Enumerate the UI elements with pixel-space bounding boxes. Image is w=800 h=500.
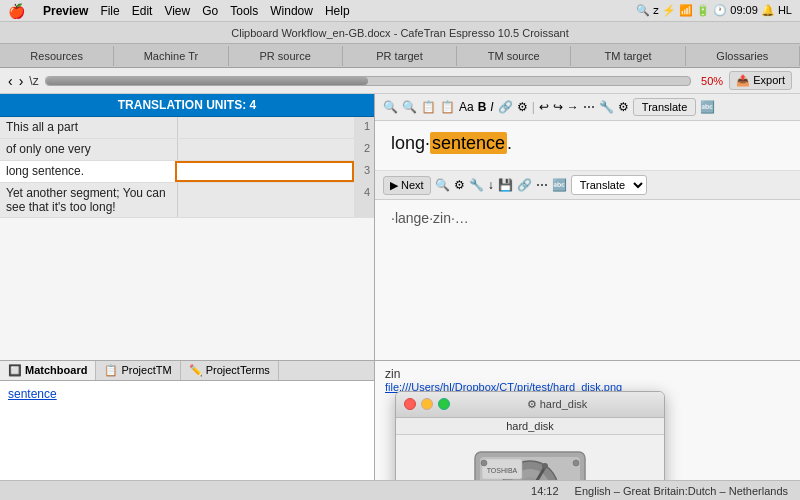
next-button[interactable]: ▶ Next: [383, 176, 431, 195]
segment-source-2: of only one very: [0, 139, 177, 160]
paste-icon[interactable]: 📋: [440, 100, 455, 114]
menubar-left: 🍎 Preview File Edit View Go Tools Window…: [8, 3, 350, 19]
matchboard-word[interactable]: sentence: [8, 387, 57, 401]
segment-target-3[interactable]: [175, 161, 354, 182]
translate-dropdown[interactable]: Translate: [571, 175, 647, 195]
redo-icon[interactable]: ↪: [553, 100, 563, 114]
copy-icon[interactable]: 📋: [421, 100, 436, 114]
bottom-right-panel: zin file:///Users/hl/Dropbox/CT/prj/test…: [375, 360, 800, 501]
s2-icon2[interactable]: ⚙: [454, 178, 465, 192]
link-icon[interactable]: 🔗: [498, 100, 513, 114]
hd-close-button[interactable]: [404, 398, 416, 410]
apple-logo-icon[interactable]: 🍎: [8, 3, 25, 19]
undo-icon[interactable]: ↩: [539, 100, 549, 114]
translation-word-after: .: [507, 133, 512, 153]
tab-machine-tr[interactable]: Machine Tr: [114, 46, 228, 66]
segment-num-4: 4: [354, 183, 374, 217]
translation-units-header: TRANSLATION UNITS: 4: [0, 94, 374, 117]
zoom-out-icon[interactable]: 🔍: [402, 100, 417, 114]
tab-project-tm[interactable]: 📋 ProjectTM: [96, 361, 180, 380]
format-icon[interactable]: Aa: [459, 100, 474, 114]
segment-target-4[interactable]: [177, 183, 355, 217]
bottom-left-panel: 🔲 Matchboard 📋 ProjectTM ✏️ ProjectTerms…: [0, 360, 374, 500]
menu-go[interactable]: Go: [202, 4, 218, 18]
segment-row[interactable]: This all a part 1: [0, 117, 374, 139]
s2-icon1[interactable]: 🔍: [435, 178, 450, 192]
menu-help[interactable]: Help: [325, 4, 350, 18]
menu-view[interactable]: View: [164, 4, 190, 18]
main-toolbar: ‹ › \z 50% 📤 Export: [0, 68, 800, 94]
right-panel: 🔍 🔍 📋 📋 Aa B I 🔗 ⚙ | ↩ ↪ → ⋯ 🔧 ⚙ Transla…: [375, 94, 800, 500]
menu-tools[interactable]: Tools: [230, 4, 258, 18]
zoom-in-icon[interactable]: 🔍: [383, 100, 398, 114]
segment-row[interactable]: Yet another segment; You can see that it…: [0, 183, 374, 218]
export-icon: 📤: [736, 74, 750, 86]
segment-source-4: Yet another segment; You can see that it…: [0, 183, 177, 217]
segment-row[interactable]: of only one very 2: [0, 139, 374, 161]
settings-icon[interactable]: ⚙: [618, 100, 629, 114]
bold-icon[interactable]: B: [478, 100, 487, 114]
second-toolbar: ▶ Next 🔍 ⚙ 🔧 ↓ 💾 🔗 ⋯ 🔤 Translate: [375, 171, 800, 200]
tab-glossaries[interactable]: Glossaries: [686, 46, 800, 66]
status-time: 14:12: [531, 485, 559, 497]
hd-maximize-button[interactable]: [438, 398, 450, 410]
italic-icon[interactable]: I: [490, 100, 493, 114]
progress-label: 50%: [701, 75, 723, 87]
segment-row-active[interactable]: long sentence. 3: [0, 161, 374, 183]
translation-display: long·sentence.: [375, 121, 800, 171]
menubar: 🍎 Preview File Edit View Go Tools Window…: [0, 0, 800, 22]
tab-tm-target[interactable]: TM target: [571, 46, 685, 66]
tools-icon[interactable]: 🔧: [599, 100, 614, 114]
segment-target-1[interactable]: [177, 117, 355, 138]
menu-file[interactable]: File: [100, 4, 119, 18]
segment-source-3: long sentence.: [0, 161, 175, 182]
special-icon[interactable]: ⚙: [517, 100, 528, 114]
hd-icon-label: hard_disk: [396, 418, 664, 435]
tab-tm-source[interactable]: TM source: [457, 46, 571, 66]
segment-target-2[interactable]: [177, 139, 355, 160]
nav-forward-btn[interactable]: ›: [19, 73, 24, 89]
s2-icon8[interactable]: 🔤: [552, 178, 567, 192]
segments-table: This all a part 1 of only one very 2 lon…: [0, 117, 374, 360]
segment-num-2: 2: [354, 139, 374, 160]
nav-back-btn[interactable]: ‹: [8, 73, 13, 89]
hd-title: ⚙ hard_disk: [458, 398, 656, 411]
bottom-tabs: 🔲 Matchboard 📋 ProjectTM ✏️ ProjectTerms: [0, 361, 374, 381]
menu-window[interactable]: Window: [270, 4, 313, 18]
s2-icon3[interactable]: 🔧: [469, 178, 484, 192]
tab-matchboard[interactable]: 🔲 Matchboard: [0, 361, 96, 380]
hd-minimize-button[interactable]: [421, 398, 433, 410]
tabbar: Resources Machine Tr PR source PR target…: [0, 44, 800, 68]
hd-titlebar: ⚙ hard_disk: [396, 392, 664, 418]
svg-point-10: [481, 460, 487, 466]
translate-button[interactable]: Translate: [633, 98, 696, 116]
segment-num-3: 3: [354, 161, 374, 182]
more-icon[interactable]: ⋯: [583, 100, 595, 114]
s2-icon6[interactable]: 🔗: [517, 178, 532, 192]
translate-extra-icon[interactable]: 🔤: [700, 100, 715, 114]
arrow-icon[interactable]: →: [567, 100, 579, 114]
segment-source-1: This all a part: [0, 117, 177, 138]
s2-icon4[interactable]: ↓: [488, 178, 494, 192]
menu-edit[interactable]: Edit: [132, 4, 153, 18]
tab-pr-source[interactable]: PR source: [229, 46, 343, 66]
tab-pr-target[interactable]: PR target: [343, 46, 457, 66]
translation-word-before: long·: [391, 133, 430, 153]
progress-bar: [45, 76, 691, 86]
status-locale: English – Great Britain:Dutch – Netherla…: [575, 485, 788, 497]
tab-resources[interactable]: Resources: [0, 46, 114, 66]
left-panel: TRANSLATION UNITS: 4 This all a part 1 o…: [0, 94, 375, 500]
segment-num-1: 1: [354, 117, 374, 138]
export-button[interactable]: 📤 Export: [729, 71, 792, 90]
tab-project-terms[interactable]: ✏️ ProjectTerms: [181, 361, 279, 380]
nav-path: \z: [29, 74, 38, 88]
svg-point-7: [542, 463, 548, 469]
menu-preview[interactable]: Preview: [43, 4, 88, 18]
target-text[interactable]: ·lange·zin·…: [375, 200, 800, 360]
s2-icon7[interactable]: ⋯: [536, 178, 548, 192]
menubar-right: 🔍 ᴢ ⚡ 📶 🔋 🕐 09:09 🔔 HL: [636, 4, 792, 17]
separator: |: [532, 100, 535, 114]
progress-bar-fill: [46, 77, 368, 85]
hd-traffic-lights: [404, 398, 450, 410]
s2-icon5[interactable]: 💾: [498, 178, 513, 192]
